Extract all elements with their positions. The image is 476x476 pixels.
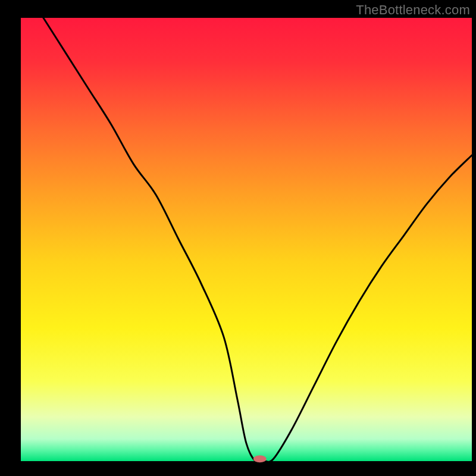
optimal-marker (253, 455, 267, 462)
bottleneck-chart (0, 0, 476, 476)
plot-background (21, 18, 472, 461)
chart-frame: TheBottleneck.com (0, 0, 476, 476)
watermark-text: TheBottleneck.com (356, 2, 470, 18)
